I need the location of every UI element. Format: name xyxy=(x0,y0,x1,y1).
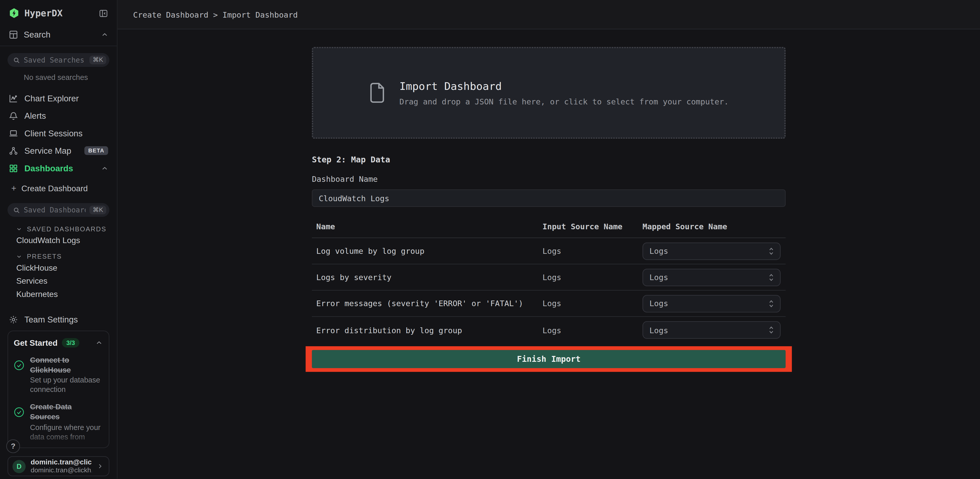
group-presets[interactable]: PRESETS xyxy=(16,253,117,260)
select-value: Logs xyxy=(649,272,768,282)
cell-name: Error distribution by log group xyxy=(317,325,542,335)
column-header-input-source: Input Source Name xyxy=(542,222,643,231)
check-circle-icon xyxy=(14,360,24,371)
help-button[interactable]: ? xyxy=(6,439,20,453)
preset-link-services[interactable]: Services xyxy=(0,274,117,288)
avatar: D xyxy=(13,460,25,473)
dashboard-link-cloudwatch-logs[interactable]: CloudWatch Logs xyxy=(0,234,117,247)
column-header-mapped-source: Mapped Source Name xyxy=(643,222,786,231)
service-map-icon xyxy=(9,146,18,156)
sidebar-item-service-map[interactable]: Service Map BETA xyxy=(0,142,117,159)
get-started-header[interactable]: Get Started 3/3 xyxy=(14,338,103,347)
sidebar-nav: Chart Explorer Alerts Client Sessions xyxy=(0,89,117,177)
preset-link-kubernetes[interactable]: Kubernetes xyxy=(0,288,117,301)
mapped-source-select[interactable]: Logs xyxy=(643,242,781,260)
column-header-name: Name xyxy=(317,222,542,231)
table-header-row: Name Input Source Name Mapped Source Nam… xyxy=(312,218,786,238)
shortcut-badge: ⌘K xyxy=(90,205,106,214)
create-dashboard-label: Create Dashboard xyxy=(21,183,88,193)
get-started-item-connect[interactable]: Connect to ClickHouse Set up your databa… xyxy=(14,356,103,395)
finish-import-button[interactable]: Finish Import xyxy=(312,350,786,368)
topbar: Create Dashboard > Import Dashboard xyxy=(118,0,980,29)
chevron-right-icon xyxy=(97,463,103,469)
get-started-item-sources[interactable]: Create Data Sources Configure where your… xyxy=(14,403,103,442)
main-area: Create Dashboard > Import Dashboard Impo… xyxy=(118,0,980,479)
chevron-up-icon xyxy=(101,165,108,172)
user-email: dominic.tran@clickh... xyxy=(31,466,92,474)
chevron-up-icon xyxy=(101,31,108,38)
cell-input-source: Logs xyxy=(542,325,643,335)
brand-name: HyperDX xyxy=(24,8,94,18)
sidebar-item-client-sessions[interactable]: Client Sessions xyxy=(0,124,117,142)
group-title: PRESETS xyxy=(27,253,62,260)
sidebar-item-chart-explorer[interactable]: Chart Explorer xyxy=(0,89,117,107)
logo-row: HyperDX xyxy=(0,0,117,25)
unfold-chevrons-icon xyxy=(768,247,775,255)
unfold-chevrons-icon xyxy=(768,326,775,334)
team-settings-label: Team Settings xyxy=(24,315,78,324)
cell-input-source: Logs xyxy=(542,272,643,282)
preset-link-clickhouse[interactable]: ClickHouse xyxy=(0,261,117,274)
bell-icon xyxy=(9,111,18,120)
cell-input-source: Logs xyxy=(542,246,643,256)
saved-searches-input[interactable] xyxy=(24,56,86,64)
sidebar-section-search[interactable]: Search xyxy=(0,25,117,46)
saved-dashboards-input[interactable] xyxy=(24,205,86,214)
beta-badge: BETA xyxy=(84,146,108,155)
cell-name: Log volume by log group xyxy=(317,246,542,256)
sidebar-item-label: Chart Explorer xyxy=(24,94,108,103)
laptop-icon xyxy=(9,129,18,138)
unfold-chevrons-icon xyxy=(768,299,775,308)
import-content: Import Dashboard Drag and drop a JSON fi… xyxy=(312,47,786,372)
unfold-chevrons-icon xyxy=(768,273,775,282)
saved-dashboards-searchbox[interactable]: ⌘K xyxy=(7,203,109,217)
sidebar-item-label: Service Map xyxy=(24,146,78,156)
search-icon xyxy=(13,207,20,213)
user-account-button[interactable]: D dominic.tran@clic... dominic.tran@clic… xyxy=(7,456,109,476)
file-icon xyxy=(369,83,385,103)
user-name: dominic.tran@clic... xyxy=(31,458,92,466)
cell-name: Logs by severity xyxy=(317,272,542,282)
dashboard-name-label: Dashboard Name xyxy=(312,174,786,184)
plus-icon: + xyxy=(11,184,16,193)
table-row: Logs by severity Logs Logs xyxy=(312,264,786,291)
sidebar-collapse-icon[interactable] xyxy=(99,8,108,18)
table-row: Error messages (severity 'ERROR' or 'FAT… xyxy=(312,291,786,317)
cell-input-source: Logs xyxy=(542,299,643,308)
sidebar-item-label: Dashboards xyxy=(24,164,95,173)
mapping-table: Name Input Source Name Mapped Source Nam… xyxy=(312,218,786,343)
sidebar-item-label: Alerts xyxy=(24,111,108,120)
group-saved-dashboards[interactable]: SAVED DASHBOARDS xyxy=(16,225,117,232)
table-row: Log volume by log group Logs Logs xyxy=(312,238,786,264)
shortcut-badge: ⌘K xyxy=(90,56,106,64)
no-saved-searches-text: No saved searches xyxy=(24,73,117,82)
team-settings-button[interactable]: Team Settings xyxy=(0,311,117,328)
action-highlight-overlay: Finish Import xyxy=(305,346,792,372)
gear-icon xyxy=(9,315,18,324)
chevron-down-icon xyxy=(16,253,22,259)
get-started-item-desc: Set up your database connection xyxy=(30,376,102,395)
sidebar-item-alerts[interactable]: Alerts xyxy=(0,107,117,125)
search-section-icon xyxy=(9,30,18,39)
sidebar-item-dashboards[interactable]: Dashboards xyxy=(0,159,117,177)
search-section-label: Search xyxy=(24,30,95,39)
chevron-up-icon xyxy=(95,339,102,346)
get-started-panel: Get Started 3/3 Connect to ClickHouse Se… xyxy=(7,331,109,448)
create-dashboard-button[interactable]: + Create Dashboard xyxy=(0,179,117,197)
hyperdx-logo-icon xyxy=(9,7,19,19)
step-label: Step 2: Map Data xyxy=(312,155,786,164)
dashboard-name-input[interactable] xyxy=(312,189,786,207)
select-value: Logs xyxy=(649,246,768,256)
sidebar: HyperDX Search ⌘K No saved searches xyxy=(0,0,118,479)
saved-searches-searchbox[interactable]: ⌘K xyxy=(7,53,109,67)
sidebar-item-label: Client Sessions xyxy=(24,129,108,138)
cell-name: Error messages (severity 'ERROR' or 'FAT… xyxy=(317,299,542,308)
get-started-item-title: Connect to ClickHouse xyxy=(30,356,102,375)
group-title: SAVED DASHBOARDS xyxy=(27,225,106,232)
mapped-source-select[interactable]: Logs xyxy=(643,321,781,339)
search-icon xyxy=(13,57,20,64)
get-started-item-desc: Configure where your data comes from xyxy=(30,423,102,442)
mapped-source-select[interactable]: Logs xyxy=(643,268,781,286)
mapped-source-select[interactable]: Logs xyxy=(643,294,781,312)
json-dropzone[interactable]: Import Dashboard Drag and drop a JSON fi… xyxy=(312,47,786,139)
